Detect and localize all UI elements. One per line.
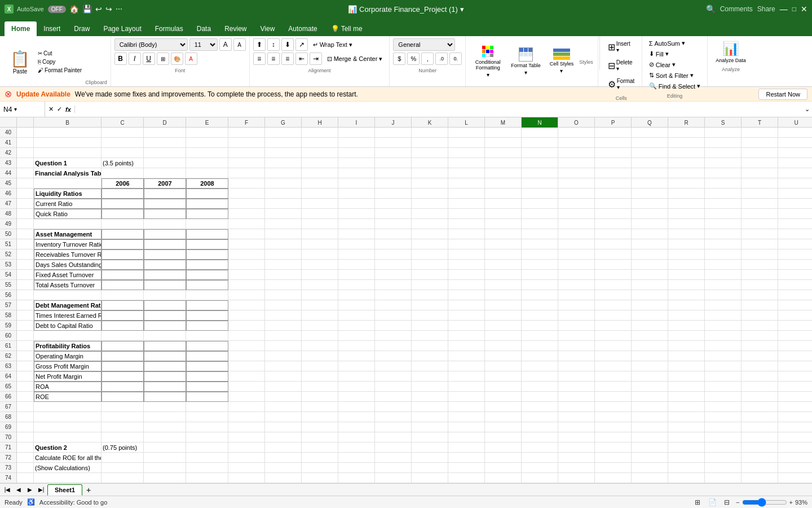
cell-54-L[interactable] [448, 270, 485, 280]
increase-decimal-button[interactable]: .0 [435, 52, 448, 65]
cell-52-K[interactable] [412, 249, 448, 260]
cell-63-T[interactable] [742, 361, 778, 371]
home-icon[interactable]: 🏠 [69, 5, 79, 14]
cell-69-D[interactable] [144, 422, 186, 432]
percent-button[interactable]: % [407, 52, 420, 65]
cell-74-C[interactable] [102, 473, 144, 483]
cell-72-U[interactable] [778, 453, 812, 463]
cell-59-D[interactable] [144, 321, 186, 331]
cell-42-G[interactable] [265, 148, 302, 158]
cell-41-E[interactable] [186, 138, 228, 148]
cell-45-K[interactable] [412, 178, 448, 189]
cell-52-H[interactable] [302, 249, 338, 260]
cell-71-G[interactable] [265, 443, 302, 453]
cell-74-K[interactable] [412, 473, 448, 483]
cell-72-A[interactable] [17, 453, 34, 463]
cell-63-M[interactable] [485, 361, 522, 371]
cell-64-N[interactable] [522, 371, 558, 382]
cell-66-H[interactable] [302, 392, 338, 402]
cell-60-T[interactable] [742, 331, 778, 341]
cell-56-Q[interactable] [632, 290, 668, 300]
cell-48-O[interactable] [558, 209, 595, 219]
cell-65-D[interactable] [144, 382, 186, 392]
cell-49-J[interactable] [375, 219, 412, 229]
cell-74-E[interactable] [186, 473, 228, 483]
cell-73-D[interactable] [144, 463, 186, 473]
cell-51-L[interactable] [448, 239, 485, 249]
cell-42-E[interactable] [186, 148, 228, 158]
cell-51-Q[interactable] [632, 239, 668, 249]
cell-58-I[interactable] [338, 310, 375, 321]
align-left-button[interactable]: ≡ [253, 52, 266, 65]
cell-67-I[interactable] [338, 402, 375, 412]
insert-dropdown-icon[interactable]: ▾ [616, 47, 619, 53]
cell-73-G[interactable] [265, 463, 302, 473]
cell-62-D[interactable] [144, 351, 186, 361]
cell-46-F[interactable] [228, 189, 265, 199]
cell-48-E[interactable] [186, 209, 228, 219]
sort-dropdown-icon[interactable]: ▾ [690, 72, 694, 79]
align-top-button[interactable]: ⬆ [253, 38, 266, 51]
cell-50-U[interactable] [778, 229, 812, 239]
cell-57-I[interactable] [338, 300, 375, 310]
cell-59-M[interactable] [485, 321, 522, 331]
cell-58-M[interactable] [485, 310, 522, 321]
cell-59-C[interactable] [102, 321, 144, 331]
cell-67-B[interactable] [34, 402, 102, 412]
cell-67-N[interactable] [522, 402, 558, 412]
cell-55-R[interactable] [668, 280, 705, 290]
cell-44-A[interactable] [17, 168, 34, 178]
cell-73-N[interactable] [522, 463, 558, 473]
share-button[interactable]: Share [757, 5, 775, 13]
cell-42-P[interactable] [595, 148, 632, 158]
cell-71-N[interactable] [522, 443, 558, 453]
cell-53-O[interactable] [558, 260, 595, 270]
cell-43-S[interactable] [705, 158, 742, 168]
cell-44-P[interactable] [595, 168, 632, 178]
cell-55-K[interactable] [412, 280, 448, 290]
cell-46-J[interactable] [375, 189, 412, 199]
cell-64-P[interactable] [595, 371, 632, 382]
cell-54-O[interactable] [558, 270, 595, 280]
cell-48-T[interactable] [742, 209, 778, 219]
comma-button[interactable]: , [421, 52, 434, 65]
cell-47-R[interactable] [668, 199, 705, 209]
cell-62-U[interactable] [778, 351, 812, 361]
cell-55-T[interactable] [742, 280, 778, 290]
cell-60-O[interactable] [558, 331, 595, 341]
cell-47-G[interactable] [265, 199, 302, 209]
cell-62-F[interactable] [228, 351, 265, 361]
cell-45-P[interactable] [595, 178, 632, 189]
cell-41-D[interactable] [144, 138, 186, 148]
cell-49-B[interactable] [34, 219, 102, 229]
cell-64-M[interactable] [485, 371, 522, 382]
cell-63-E[interactable] [186, 361, 228, 371]
cell-66-C[interactable] [102, 392, 144, 402]
format-painter-button[interactable]: 🖌 Format Painter [36, 67, 84, 74]
cell-71-C[interactable]: (0.75 points) [102, 443, 144, 453]
cell-56-U[interactable] [778, 290, 812, 300]
cell-66-R[interactable] [668, 392, 705, 402]
cell-56-K[interactable] [412, 290, 448, 300]
cell-45-E[interactable]: 2008 [186, 178, 228, 189]
redo-icon[interactable]: ↪ [105, 5, 112, 14]
cell-59-U[interactable] [778, 321, 812, 331]
col-header-j[interactable]: J [375, 117, 412, 128]
cell-70-K[interactable] [412, 432, 448, 443]
cell-52-R[interactable] [668, 249, 705, 260]
cell-69-F[interactable] [228, 422, 265, 432]
cell-48-A[interactable] [17, 209, 34, 219]
cell-45-J[interactable] [375, 178, 412, 189]
number-format-select[interactable]: General [393, 38, 455, 51]
cell-53-C[interactable] [102, 260, 144, 270]
cell-52-G[interactable] [265, 249, 302, 260]
cell-57-D[interactable] [144, 300, 186, 310]
cell-68-F[interactable] [228, 412, 265, 422]
cell-66-O[interactable] [558, 392, 595, 402]
cell-70-B[interactable] [34, 432, 102, 443]
currency-button[interactable]: $ [393, 52, 405, 65]
cell-69-Q[interactable] [632, 422, 668, 432]
cell-61-C[interactable] [102, 341, 144, 351]
cell-43-N[interactable] [522, 158, 558, 168]
cell-52-N[interactable] [522, 249, 558, 260]
